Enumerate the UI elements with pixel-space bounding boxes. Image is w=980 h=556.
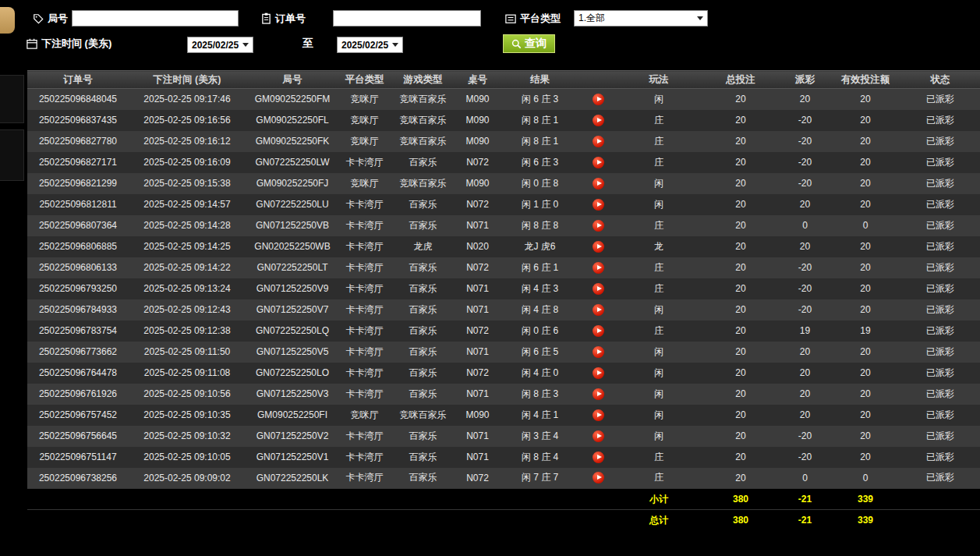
play-video-icon[interactable] <box>593 283 604 295</box>
bet-time-filter-label: 下注时间 (美东) <box>27 37 111 51</box>
cell-hall: 卡卡湾厅 <box>339 426 390 447</box>
cell-play <box>581 173 616 194</box>
date-to-select[interactable]: 2025/02/25 <box>337 37 403 53</box>
cell-tableNo: N072 <box>456 320 499 342</box>
cell-method: 庄 <box>616 152 702 173</box>
to-label: 至 <box>302 37 313 51</box>
cell-hall: 卡卡湾厅 <box>339 320 390 342</box>
cell-game: GN071252250V5 <box>246 342 339 363</box>
date-from-value: 2025/02/25 <box>192 40 239 51</box>
subtotal-row-game <box>246 489 339 510</box>
play-video-icon[interactable] <box>593 430 604 442</box>
cell-time: 2025-02-25 09:14:25 <box>129 236 246 257</box>
date-to-value: 2025/02/25 <box>341 40 388 51</box>
cell-game: GN071252250V3 <box>246 384 339 405</box>
cell-hall: 竞咪厅 <box>339 131 390 152</box>
total-row-game <box>246 510 339 531</box>
cell-gtype: 龙虎 <box>390 236 456 257</box>
cell-method: 闲 <box>616 173 702 194</box>
cell-payout: -20 <box>780 299 830 320</box>
cell-time: 2025-02-25 09:13:24 <box>129 278 246 299</box>
cell-time: 2025-02-25 09:16:09 <box>129 152 246 173</box>
play-video-icon[interactable] <box>593 388 604 400</box>
play-video-icon[interactable] <box>593 304 604 316</box>
cell-order: 250225096756645 <box>27 426 129 447</box>
cell-method: 庄 <box>616 278 702 299</box>
cell-status: 已派彩 <box>900 89 980 110</box>
cell-bet: 20 <box>702 363 780 384</box>
cell-gtype: 百家乐 <box>390 278 456 299</box>
cell-gtype: 百家乐 <box>390 384 456 405</box>
order-no-filter: 订单号 <box>261 10 481 27</box>
play-video-icon[interactable] <box>593 325 604 337</box>
clipboard-icon <box>261 12 271 24</box>
cell-time: 2025-02-25 09:12:43 <box>129 299 246 320</box>
query-button[interactable]: 查询 <box>503 34 555 53</box>
total-row-hall <box>339 510 390 531</box>
cell-result: 闲 0 庄 8 <box>499 173 581 194</box>
cell-order: 250225096806885 <box>27 236 129 257</box>
cell-method: 庄 <box>616 447 702 468</box>
cell-order: 250225096827780 <box>27 131 129 152</box>
play-video-icon[interactable] <box>593 178 604 189</box>
subtotal-row-order <box>27 489 129 510</box>
cell-game: GM090252250FK <box>246 131 339 152</box>
date-from-group: 2025/02/25 <box>187 37 253 53</box>
cell-payout: -20 <box>780 152 830 173</box>
cell-hall: 竞咪厅 <box>339 89 390 110</box>
cell-bet: 20 <box>702 152 780 173</box>
cell-gtype: 百家乐 <box>390 342 456 363</box>
cell-bet: 20 <box>702 342 780 363</box>
play-video-icon[interactable] <box>593 94 604 105</box>
play-video-icon[interactable] <box>593 472 604 483</box>
platform-filter: 平台类型 1.全部 <box>505 10 708 27</box>
table-row: 2502250968271712025-02-25 09:16:09GN0722… <box>27 152 980 173</box>
cell-bet: 20 <box>702 257 780 278</box>
chevron-down-icon <box>392 43 398 47</box>
cell-payout: -20 <box>780 278 830 299</box>
cell-payout: 20 <box>780 405 830 426</box>
cell-time: 2025-02-25 09:14:22 <box>129 257 246 278</box>
date-from-select[interactable]: 2025/02/25 <box>187 37 253 53</box>
cell-time: 2025-02-25 09:17:46 <box>129 89 246 110</box>
cell-status: 已派彩 <box>900 215 980 236</box>
cell-gtype: 百家乐 <box>390 426 456 447</box>
game-no-input[interactable] <box>72 10 239 27</box>
cell-play <box>581 384 616 405</box>
play-video-icon[interactable] <box>593 367 604 379</box>
play-video-icon[interactable] <box>593 115 604 126</box>
cell-status: 已派彩 <box>900 194 980 215</box>
cell-status: 已派彩 <box>900 278 980 299</box>
play-video-icon[interactable] <box>593 409 604 421</box>
cell-game: GN072252250LU <box>246 194 339 215</box>
cell-game: GM090252250FJ <box>246 173 339 194</box>
play-video-icon[interactable] <box>593 241 604 253</box>
order-no-label: 订单号 <box>275 12 306 26</box>
cell-hall: 卡卡湾厅 <box>339 194 390 215</box>
cell-tableNo: M090 <box>456 405 499 426</box>
column-header: 订单号 <box>27 71 129 89</box>
cell-game: GN072252250LT <box>246 257 339 278</box>
platform-select[interactable]: 1.全部 <box>574 10 708 27</box>
play-video-icon[interactable] <box>593 452 604 463</box>
play-video-icon[interactable] <box>593 157 604 168</box>
cell-valid: 19 <box>830 320 900 342</box>
cell-result: 闲 7 庄 7 <box>499 468 581 489</box>
play-video-icon[interactable] <box>593 199 604 211</box>
platform-label: 平台类型 <box>520 12 561 26</box>
cell-valid: 20 <box>830 257 900 278</box>
order-no-input[interactable] <box>333 10 481 27</box>
total-row-time <box>129 510 246 531</box>
cell-gtype: 百家乐 <box>390 257 456 278</box>
cell-result: 闲 4 庄 8 <box>499 299 581 320</box>
cell-bet: 20 <box>702 299 780 320</box>
cell-method: 庄 <box>616 320 702 342</box>
cell-valid: 0 <box>830 468 900 489</box>
play-video-icon[interactable] <box>593 346 604 358</box>
play-video-icon[interactable] <box>593 136 604 147</box>
play-video-icon[interactable] <box>593 262 604 274</box>
cell-gtype: 百家乐 <box>390 447 456 468</box>
cell-bet: 20 <box>702 384 780 405</box>
cell-order: 250225096827171 <box>27 152 129 173</box>
play-video-icon[interactable] <box>593 220 604 232</box>
